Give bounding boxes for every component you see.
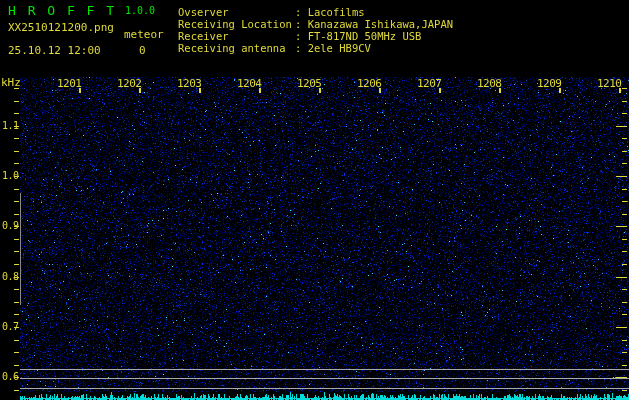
station-info: Ovserver: Lacofilms Receiving Location: … [178,6,453,54]
info-label: Ovserver [178,6,295,18]
time-axis-label: 1210 [597,78,622,89]
info-label: Receiving Location [178,18,295,30]
time-axis-label: 1202 [117,78,142,89]
freq-axis-label: 1.0 [2,171,19,181]
time-axis-label: 1201 [57,78,82,89]
freq-unit-label: kHz [1,77,21,88]
info-value: Kanazawa Ishikawa,JAPAN [308,18,453,30]
freq-axis-label: 0.8 [2,272,19,282]
info-label: Receiving antenna [178,42,295,54]
freq-axis-label: 0.7 [2,322,19,332]
info-value: Lacofilms [308,6,365,18]
freq-axis-label: 0.9 [2,221,19,231]
time-axis-label: 1205 [297,78,322,89]
meteor-count: 0 [139,45,146,56]
info-separator: : [295,18,301,30]
observation-mode-label: meteor [124,29,164,40]
info-row-receiver: Receiver: FT-817ND 50MHz USB [178,30,453,42]
info-row-location: Receiving Location: Kanazawa Ishikawa,JA… [178,18,453,30]
current-datetime: 25.10.12 12:00 [8,45,101,56]
time-axis-label: 1204 [237,78,262,89]
time-axis-label: 1208 [477,78,502,89]
app-version: 1.0.0 [125,6,155,16]
info-separator: : [295,42,301,54]
time-axis-label: 1203 [177,78,202,89]
hrofft-window: H R O F F T 1.0.0 XX2510121200.png meteo… [0,0,629,400]
time-axis-label: 1209 [537,78,562,89]
info-separator: : [295,30,301,42]
info-separator: : [295,6,301,18]
output-filename: XX2510121200.png [8,22,114,33]
info-row-observer: Ovserver: Lacofilms [178,6,453,18]
app-title: H R O F F T [8,4,116,17]
info-label: Receiver [178,30,295,42]
freq-axis-label: 1.1 [2,121,19,131]
info-value: FT-817ND 50MHz USB [308,30,422,42]
info-value: 2ele HB9CV [308,42,371,54]
spectrogram-canvas [0,0,629,400]
info-row-antenna: Receiving antenna: 2ele HB9CV [178,42,453,54]
time-axis-label: 1207 [417,78,442,89]
time-axis-label: 1206 [357,78,382,89]
freq-axis-label: 0.6 [2,372,19,382]
